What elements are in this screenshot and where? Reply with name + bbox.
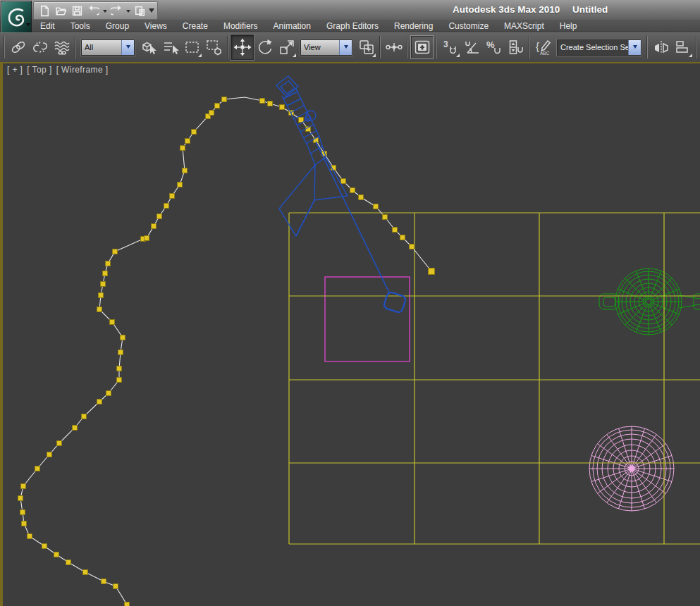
spline-vertex[interactable] — [383, 215, 388, 220]
spline-vertex[interactable] — [400, 235, 405, 240]
menu-rendering[interactable]: Rendering — [386, 20, 441, 32]
spline-vertex[interactable] — [113, 584, 118, 589]
dropdown-arrow-icon[interactable] — [628, 40, 641, 55]
select-and-scale-button[interactable] — [276, 35, 297, 59]
spline-vertex[interactable] — [157, 214, 162, 219]
spline-vertex[interactable] — [222, 97, 227, 102]
spinner-snap-toggle-button[interactable] — [505, 35, 527, 59]
spline-vertex[interactable] — [113, 249, 118, 254]
select-and-rotate-button[interactable] — [254, 35, 276, 59]
save-file-button[interactable] — [69, 4, 85, 18]
window-crossing-button[interactable] — [203, 35, 225, 59]
spline-vertex[interactable] — [117, 378, 122, 383]
angle-snap-toggle-button[interactable] — [461, 35, 483, 59]
edit-named-selection-sets-button[interactable]: { ABC — [532, 35, 554, 59]
teapot-object[interactable] — [599, 268, 700, 335]
spline-vertex[interactable] — [73, 426, 78, 431]
redo-dropdown-button[interactable] — [125, 4, 131, 18]
spline-vertex[interactable] — [117, 366, 122, 371]
spline-vertex[interactable] — [47, 452, 52, 457]
spline-vertex[interactable] — [99, 293, 104, 298]
spline-vertex[interactable] — [178, 183, 183, 187]
spline-vertex[interactable] — [152, 224, 156, 229]
spline-vertex[interactable] — [22, 521, 27, 526]
new-scene-button[interactable] — [37, 4, 52, 18]
spline-vertex[interactable] — [260, 99, 265, 104]
spline-vertex[interactable] — [42, 544, 47, 549]
menu-help[interactable]: Help — [552, 20, 585, 32]
menu-tools[interactable]: Tools — [63, 20, 98, 32]
menu-graph-editors[interactable]: Graph Editors — [319, 20, 386, 32]
spline-vertex[interactable] — [103, 271, 108, 276]
spline-vertex[interactable] — [359, 195, 364, 200]
undo-button[interactable] — [85, 4, 101, 18]
spline-vertex[interactable] — [374, 204, 379, 209]
spline-vertex[interactable] — [299, 118, 304, 123]
spline-vertex[interactable] — [102, 579, 106, 584]
menu-edit[interactable]: Edit — [32, 20, 63, 32]
spline-vertex[interactable] — [429, 268, 435, 275]
align-button[interactable] — [672, 35, 694, 59]
use-pivot-point-center-button[interactable] — [355, 35, 377, 59]
spline-vertex[interactable] — [145, 236, 149, 241]
spline-vertex[interactable] — [83, 570, 88, 575]
viewport-shading-menu[interactable]: [ Wireframe ] — [56, 65, 109, 75]
menu-customize[interactable]: Customize — [441, 20, 496, 32]
redo-button[interactable] — [109, 4, 124, 18]
spline-vertex[interactable] — [97, 307, 102, 312]
menu-views[interactable]: Views — [137, 20, 175, 32]
spline-vertex[interactable] — [121, 335, 125, 340]
spline-vertex[interactable] — [101, 282, 106, 287]
spline-vertex[interactable] — [192, 130, 197, 135]
spline-vertex[interactable] — [350, 188, 355, 193]
spline-path[interactable] — [20, 97, 431, 605]
mirror-button[interactable] — [650, 35, 672, 59]
named-selection-sets-dropdown[interactable]: Create Selection Se — [557, 39, 641, 56]
toolbar-options-dropdown-button[interactable] — [148, 4, 154, 18]
link-target-marker[interactable] — [383, 291, 406, 313]
keyboard-shortcut-override-button[interactable] — [410, 35, 434, 59]
select-and-link-button[interactable] — [7, 35, 29, 59]
dropdown-arrow-icon[interactable] — [339, 40, 352, 55]
spline-vertex[interactable] — [180, 146, 185, 151]
menu-maxscript[interactable]: MAXScript — [496, 20, 552, 32]
spline-vertex[interactable] — [393, 228, 398, 233]
spline-vertex[interactable] — [170, 194, 175, 199]
viewport-top[interactable]: [ + ] [ Top ] [ Wireframe ] — [0, 62, 700, 606]
spline-vertex[interactable] — [125, 602, 130, 606]
spline-vertex[interactable] — [57, 441, 62, 446]
spline-vertex[interactable] — [118, 350, 123, 355]
rectangle-shape[interactable] — [325, 277, 410, 361]
rectangular-selection-region-button[interactable] — [181, 35, 203, 59]
spline-vertex[interactable] — [164, 204, 169, 209]
percent-snap-toggle-button[interactable]: % — [483, 35, 505, 59]
spline-vertex[interactable] — [183, 168, 188, 173]
spline-vertex[interactable] — [27, 534, 32, 539]
spline-vertex[interactable] — [280, 105, 285, 110]
spline-vertex[interactable] — [110, 320, 115, 325]
select-object-button[interactable] — [137, 35, 159, 59]
sphere-object[interactable] — [589, 426, 674, 511]
spline-vertex[interactable] — [341, 179, 346, 184]
menu-modifiers[interactable]: Modifiers — [216, 20, 266, 32]
unlink-selection-button[interactable] — [29, 35, 51, 59]
select-and-move-button[interactable] — [231, 35, 254, 60]
spline-vertex[interactable] — [106, 391, 111, 396]
3ds-max-application-button[interactable] — [1, 1, 32, 33]
spline-vertex[interactable] — [35, 466, 40, 471]
spline-vertex[interactable] — [268, 101, 273, 106]
spline-vertex[interactable] — [97, 400, 102, 404]
spline-vertex[interactable] — [215, 104, 220, 109]
spline-vertex[interactable] — [54, 552, 59, 557]
spline-vertex[interactable] — [410, 245, 415, 249]
spline-vertex[interactable] — [20, 510, 25, 515]
spline-vertex[interactable] — [106, 261, 111, 266]
viewport-pov-menu[interactable]: [ Top ] — [27, 65, 51, 75]
undo-dropdown-button[interactable] — [102, 4, 108, 18]
select-by-name-button[interactable] — [159, 35, 181, 59]
spline-vertex[interactable] — [18, 496, 23, 501]
spline-vertex[interactable] — [21, 484, 26, 489]
select-and-manipulate-button[interactable] — [383, 35, 405, 59]
spline-vertex[interactable] — [209, 111, 214, 116]
menu-animation[interactable]: Animation — [266, 20, 319, 32]
